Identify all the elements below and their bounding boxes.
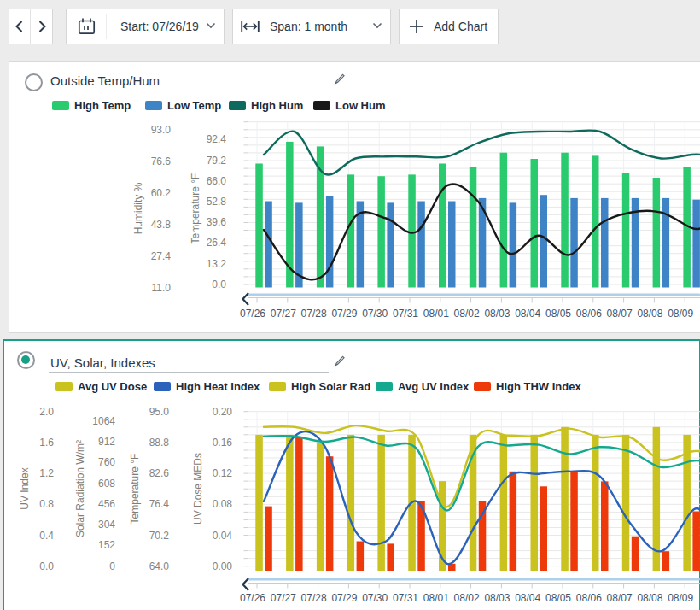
legend-item-avg-uv-index[interactable]: Avg UV Index	[376, 380, 469, 393]
y-axis-tick: 0.0	[175, 279, 226, 290]
legend-label: High Solar Rad	[291, 380, 370, 393]
y-axis-name: Temperature °F	[190, 173, 201, 244]
y-axis-tick: 152	[64, 539, 115, 551]
y-axis-tick: 0.4	[3, 530, 54, 542]
y-axis-tick: 92.4	[175, 133, 226, 145]
y-axis-tick: 27.4	[120, 250, 171, 262]
chevron-down-icon	[206, 22, 216, 29]
legend-label: High Hum	[251, 99, 303, 112]
y-axis-tick: 912	[64, 436, 115, 448]
y-axis-tick: 70.2	[118, 530, 169, 542]
next-period-button[interactable]	[31, 9, 52, 44]
y-axis-tick: 95.0	[118, 406, 169, 418]
start-date-dropdown[interactable]: Start: 07/26/19	[66, 9, 225, 44]
legend-swatch	[145, 101, 162, 110]
y-axis-tick: 60.2	[120, 187, 171, 199]
legend-item-high-solar-rad[interactable]: High Solar Rad	[269, 380, 370, 393]
legend-label: Avg UV Index	[398, 380, 469, 393]
calendar-icon	[67, 17, 106, 36]
y-axis-tick: 0.00	[181, 560, 232, 572]
legend-swatch	[52, 101, 69, 110]
y-axis-tick: 0.20	[181, 406, 232, 418]
start-date-label: Start: 07/26/19	[120, 20, 199, 33]
y-axis-tick: 304	[64, 519, 115, 531]
y-axis-tick: 64.0	[118, 560, 169, 572]
radio-selected-dot	[21, 355, 30, 364]
legend-label: High THW Index	[496, 380, 581, 393]
chart-select-radio-uv-solar-indexes[interactable]	[17, 351, 35, 369]
chevron-left-icon	[14, 20, 26, 33]
legend-label: Avg UV Dose	[78, 380, 147, 393]
y-axis-tick: 0.16	[181, 437, 232, 449]
pan-scrollbar[interactable]	[248, 578, 700, 581]
legend-item-high-heat-index[interactable]: High Heat Index	[154, 380, 260, 393]
y-axis-tick: 608	[64, 478, 115, 490]
x-axis-label: 08/09	[661, 592, 700, 604]
edit-title-icon[interactable]	[332, 355, 346, 372]
legend-outside-temp-hum: High TempLow TempHigh HumLow Hum	[0, 99, 700, 114]
legend-label: High Heat Index	[176, 380, 260, 393]
y-axis-tick: 88.8	[118, 437, 169, 449]
legend-swatch	[154, 382, 171, 391]
y-axis-tick: 0.04	[181, 530, 232, 542]
legend-label: High Temp	[74, 99, 131, 112]
legend-item-high-temp[interactable]: High Temp	[52, 99, 131, 112]
y-axis-name: Temperature °F	[129, 454, 141, 525]
edit-title-icon[interactable]	[332, 73, 346, 90]
legend-swatch	[229, 101, 246, 110]
span-resize-icon	[233, 17, 267, 36]
x-axis-label: 08/09	[661, 308, 700, 320]
chevron-right-icon	[36, 20, 48, 33]
legend-item-low-hum[interactable]: Low Hum	[313, 99, 386, 112]
y-axis-tick: 0	[64, 560, 115, 572]
legend-swatch	[376, 382, 393, 391]
legend-label: Low Hum	[335, 99, 386, 112]
y-axis-tick: 0.12	[181, 467, 232, 479]
prev-period-button[interactable]	[9, 9, 31, 44]
legend-label: Low Temp	[167, 99, 221, 112]
y-axis-tick: 13.2	[175, 258, 226, 270]
add-chart-button[interactable]: Add Chart	[399, 9, 499, 44]
y-axis-name: UV Dose MEDs	[192, 453, 204, 525]
legend-swatch	[474, 382, 491, 391]
y-axis-tick: 0.08	[181, 498, 232, 510]
legend-item-avg-uv-dose[interactable]: Avg UV Dose	[55, 380, 147, 393]
legend-swatch	[269, 382, 286, 391]
y-axis-tick: 43.8	[120, 219, 171, 231]
title-underline	[49, 372, 329, 373]
y-axis-tick: 93.0	[120, 124, 171, 136]
add-chart-label: Add Chart	[434, 20, 487, 33]
divider	[106, 14, 107, 39]
title-underline	[49, 91, 329, 91]
chart-title-outside-temp-hum[interactable]: Outside Temp/Hum	[50, 73, 160, 88]
plus-icon	[400, 19, 434, 34]
y-axis-tick: 76.4	[118, 498, 169, 510]
y-axis-tick: 76.6	[120, 155, 171, 167]
y-axis-tick: 1.6	[3, 437, 54, 449]
legend-uv-solar-indexes: Avg UV DoseHigh Heat IndexHigh Solar Rad…	[0, 380, 700, 396]
y-axis-tick: 0.0	[3, 560, 54, 572]
y-axis-name: Humidity %	[132, 183, 144, 235]
chart-title-uv-solar-indexes[interactable]: UV, Solar, Indexes	[50, 355, 155, 370]
date-nav-group	[9, 9, 53, 44]
chart-select-radio-outside-temp-hum[interactable]	[25, 73, 43, 91]
chevron-down-icon	[372, 22, 382, 29]
span-dropdown[interactable]: Span: 1 month	[232, 9, 391, 44]
y-axis-name: Solar Radiation W/m²	[74, 440, 86, 537]
weather-charts-dashboard: Start: 07/26/19 Span: 1 month	[0, 0, 700, 610]
pan-scrollbar[interactable]	[248, 294, 700, 296]
legend-item-high-hum[interactable]: High Hum	[229, 99, 303, 112]
legend-item-high-thw-index[interactable]: High THW Index	[474, 380, 581, 393]
y-axis-tick: 11.0	[120, 282, 171, 294]
y-axis-tick: 82.6	[118, 467, 169, 479]
legend-item-low-temp[interactable]: Low Temp	[145, 99, 221, 112]
y-axis-tick: 760	[64, 456, 115, 468]
y-axis-tick: 1064	[64, 415, 115, 427]
legend-swatch	[313, 101, 330, 110]
legend-swatch	[55, 382, 73, 391]
y-axis-tick: 2.0	[3, 406, 54, 418]
y-axis-tick: 79.2	[175, 155, 226, 167]
span-label: Span: 1 month	[270, 20, 347, 33]
y-axis-tick: 456	[64, 498, 115, 510]
y-axis-name: UV Index	[19, 467, 31, 509]
